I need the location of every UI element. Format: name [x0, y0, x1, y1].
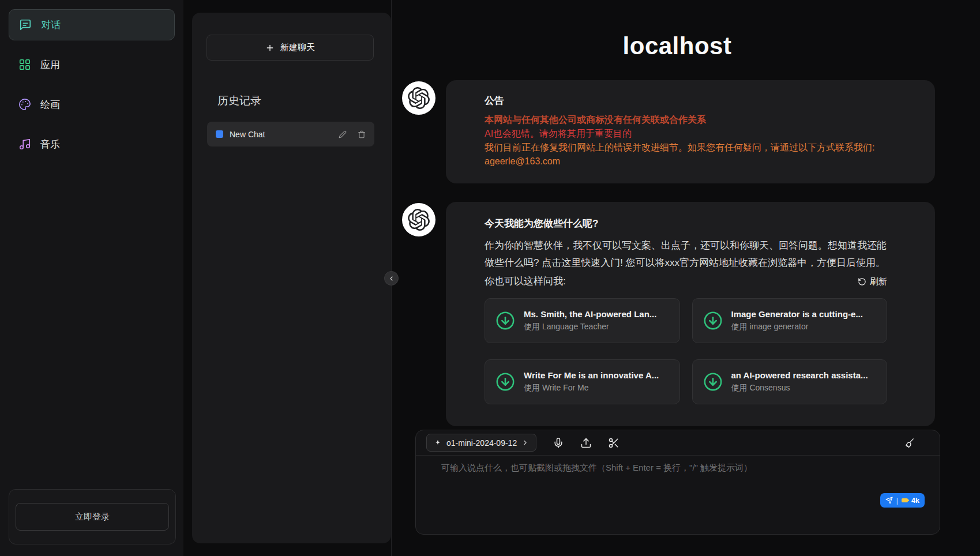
openai-logo-icon — [408, 209, 430, 231]
suggestion-subtitle: 使用 image generator — [731, 322, 863, 332]
chat-item-badge-icon — [216, 130, 223, 138]
sidebar-item-label: 绘画 — [40, 98, 60, 111]
announcement-line: AI也会犯错。请勿将其用于重要目的 — [485, 127, 912, 141]
new-chat-button[interactable]: 新建聊天 — [206, 35, 374, 61]
app-sidebar: 对话 应用 绘画 — [0, 0, 183, 556]
chat-item-title: New Chat — [230, 130, 332, 139]
suggestion-title: Ms. Smith, the AI-powered Lan... — [524, 309, 656, 319]
edit-pencil-icon[interactable] — [339, 130, 347, 138]
send-token-badge[interactable]: | 4k — [880, 493, 925, 508]
message-input[interactable] — [441, 463, 922, 505]
sidebar-item-label: 音乐 — [40, 138, 60, 151]
suggestion-card[interactable]: Image Generator is a cutting-e... 使用 ima… — [692, 298, 888, 343]
openai-logo-icon — [408, 87, 430, 109]
broom-icon[interactable] — [904, 437, 915, 449]
sidebar-item-paint[interactable]: 绘画 — [9, 89, 175, 120]
microphone-icon[interactable] — [553, 437, 564, 449]
page-title: localhost — [392, 32, 963, 60]
login-card: 立即登录 — [9, 489, 176, 544]
palette-icon — [18, 98, 31, 111]
refresh-label: 刷新 — [870, 273, 887, 290]
new-chat-label: 新建聊天 — [280, 42, 315, 53]
badge-divider: | — [896, 497, 898, 505]
arrow-down-circle-icon — [703, 372, 723, 392]
suggestion-card[interactable]: an AI-powered research assista... 使用 Con… — [692, 359, 888, 404]
welcome-heading: 今天我能为您做些什么呢? — [485, 217, 887, 230]
upload-icon[interactable] — [580, 437, 592, 449]
suggestion-grid: Ms. Smith, the AI-powered Lan... 使用 Lang… — [485, 298, 887, 404]
refresh-suggestions-button[interactable]: 刷新 — [858, 273, 887, 290]
nav-menu: 对话 应用 绘画 — [0, 0, 183, 160]
refresh-icon — [858, 277, 866, 286]
arrow-down-circle-icon — [495, 372, 515, 392]
suggestion-subtitle: 使用 Language Teacher — [524, 322, 656, 332]
chat-history-item[interactable]: New Chat — [207, 122, 374, 146]
welcome-body: 作为你的智慧伙伴，我不仅可以写文案、出点子，还可以和你聊天、回答问题。想知道我还… — [485, 237, 887, 272]
assistant-avatar — [402, 81, 435, 115]
app-grid-icon — [18, 58, 31, 71]
welcome-hint: 你也可以这样问我: — [485, 273, 566, 290]
suggestion-card[interactable]: Ms. Smith, the AI-powered Lan... 使用 Lang… — [485, 298, 680, 343]
plus-icon — [265, 43, 275, 52]
welcome-message-card: 今天我能为您做些什么呢? 作为你的智慧伙伴，我不仅可以写文案、出点子，还可以和你… — [446, 202, 935, 426]
history-title: 历史记录 — [217, 93, 261, 108]
scissors-icon[interactable] — [608, 437, 619, 449]
sidebar-item-chat[interactable]: 对话 — [9, 9, 175, 40]
announcement-heading: 公告 — [485, 94, 912, 107]
suggestion-subtitle: 使用 Consensus — [731, 383, 868, 393]
assistant-avatar — [402, 203, 435, 236]
sidebar-item-label: 应用 — [40, 58, 60, 72]
announcement-line: 本网站与任何其他公司或商标没有任何关联或合作关系 — [485, 113, 912, 127]
composer-toolbar: o1-mini-2024-09-12 — [416, 430, 940, 456]
chat-list-panel: 新建聊天 历史记录 New Chat — [192, 13, 391, 543]
announcement-line: 我们目前正在修复我们网站上的错误并改进细节。如果您有任何疑问，请通过以下方式联系… — [485, 141, 912, 155]
sidebar-item-apps[interactable]: 应用 — [9, 49, 175, 80]
sparkle-icon — [434, 439, 442, 447]
trash-icon[interactable] — [358, 130, 366, 138]
send-icon — [885, 497, 893, 504]
collapse-chevron-left-icon — [388, 275, 395, 282]
battery-icon — [902, 498, 908, 502]
arrow-down-circle-icon — [495, 311, 515, 330]
announcement-message-card: 公告 本网站与任何其他公司或商标没有任何关联或合作关系 AI也会犯错。请勿将其用… — [446, 80, 935, 183]
collapse-sidebar-button[interactable] — [384, 271, 399, 285]
model-label: o1-mini-2024-09-12 — [446, 438, 517, 448]
arrow-down-circle-icon — [703, 311, 723, 330]
message-composer: o1-mini-2024-09-12 — [415, 430, 940, 535]
token-count: 4k — [911, 497, 919, 505]
chevron-right-icon — [521, 439, 529, 446]
suggestion-title: Write For Me is an innovative A... — [524, 370, 659, 380]
chat-bubble-icon — [19, 18, 32, 31]
suggestion-card[interactable]: Write For Me is an innovative A... 使用 Wr… — [485, 359, 680, 404]
model-selector[interactable]: o1-mini-2024-09-12 — [426, 434, 536, 452]
suggestion-title: an AI-powered research assista... — [731, 370, 868, 380]
contact-email-link[interactable]: ageerle@163.com — [485, 155, 560, 168]
music-note-icon — [18, 138, 31, 151]
sidebar-item-music[interactable]: 音乐 — [9, 129, 175, 160]
suggestion-title: Image Generator is a cutting-e... — [731, 309, 863, 319]
login-button[interactable]: 立即登录 — [16, 503, 169, 531]
sidebar-item-label: 对话 — [41, 18, 61, 32]
suggestion-subtitle: 使用 Write For Me — [524, 383, 659, 393]
